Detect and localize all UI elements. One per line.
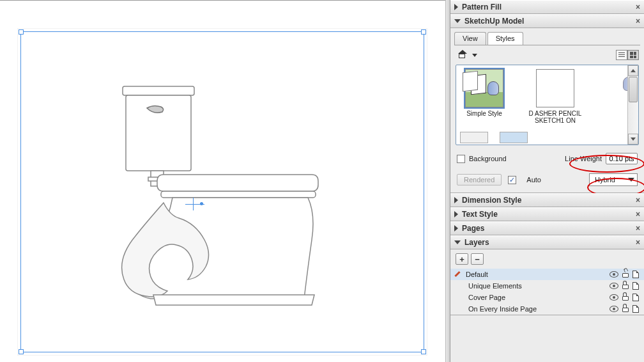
scroll-thumb[interactable] bbox=[629, 77, 638, 102]
panel-title: Layers bbox=[464, 238, 636, 247]
render-mode-select[interactable]: Hybrid bbox=[589, 173, 638, 186]
page-icon[interactable] bbox=[632, 294, 639, 301]
chevron-down-icon bbox=[628, 178, 634, 182]
scroll-down-button[interactable] bbox=[628, 134, 638, 145]
auto-checkbox[interactable] bbox=[508, 176, 516, 184]
line-weight-label: Line Weight bbox=[565, 155, 602, 162]
background-label: Background bbox=[469, 155, 507, 162]
panel-header-sketchup-model[interactable]: SketchUp Model × bbox=[450, 14, 644, 28]
layer-list: Default Unique Elements Cover Page On Ev… bbox=[450, 269, 644, 315]
styles-listbox[interactable]: Simple Style D ASHER PENCIL SKETCH1 ON bbox=[456, 65, 639, 145]
line-weight-input[interactable] bbox=[606, 153, 638, 164]
svg-rect-0 bbox=[123, 86, 194, 95]
panel-title: SketchUp Model bbox=[464, 17, 636, 26]
selection-handle-tr[interactable] bbox=[421, 29, 426, 35]
panel-body-layers: + − Default Unique Elements Cover Page bbox=[450, 249, 644, 315]
eye-icon[interactable] bbox=[610, 283, 618, 289]
viewport-anchor-icon[interactable] bbox=[185, 198, 204, 210]
auto-label: Auto bbox=[526, 176, 541, 184]
close-icon[interactable]: × bbox=[636, 196, 640, 205]
scrollbar[interactable] bbox=[627, 65, 638, 145]
view-list-button[interactable] bbox=[616, 50, 627, 60]
disclosure-icon bbox=[454, 211, 458, 217]
style-thumbnail bbox=[536, 69, 574, 107]
canvas-area[interactable] bbox=[0, 0, 445, 362]
tab-view[interactable]: View bbox=[454, 32, 486, 45]
panel-title: Pages bbox=[462, 224, 636, 233]
style-thumbnail-small[interactable] bbox=[500, 132, 528, 143]
list-icon bbox=[618, 52, 625, 58]
grid-icon bbox=[630, 52, 636, 58]
panel-header-text-style[interactable]: Text Style × bbox=[450, 207, 644, 221]
rendered-button: Rendered bbox=[457, 174, 502, 185]
panel-title: Text Style bbox=[462, 210, 636, 219]
lock-icon[interactable] bbox=[622, 283, 629, 289]
render-mode-value: Hybrid bbox=[595, 176, 615, 184]
pencil-icon bbox=[454, 271, 462, 278]
layer-name: Unique Elements bbox=[454, 282, 606, 290]
chevron-down-icon[interactable] bbox=[472, 54, 477, 57]
remove-layer-button[interactable]: − bbox=[471, 253, 484, 265]
viewport-model[interactable] bbox=[77, 77, 332, 308]
add-layer-button[interactable]: + bbox=[456, 253, 468, 265]
scroll-up-button[interactable] bbox=[628, 65, 638, 76]
layer-row[interactable]: Unique Elements bbox=[450, 280, 644, 292]
styles-home-button[interactable] bbox=[456, 49, 470, 61]
layer-name: Default bbox=[466, 271, 606, 278]
panel-header-layers[interactable]: Layers × bbox=[450, 235, 644, 249]
background-checkbox[interactable] bbox=[457, 155, 465, 163]
lock-icon[interactable] bbox=[622, 306, 629, 312]
layer-name: On Every Inside Page bbox=[454, 305, 606, 313]
close-icon[interactable]: × bbox=[636, 3, 640, 12]
view-grid-button[interactable] bbox=[627, 50, 639, 60]
panel-body-sketchup-model: View Styles Simple Style bbox=[450, 28, 644, 193]
close-icon[interactable]: × bbox=[636, 17, 640, 26]
tab-styles[interactable]: Styles bbox=[487, 32, 523, 45]
page-icon[interactable] bbox=[632, 282, 639, 290]
style-thumbnail-small[interactable] bbox=[460, 132, 488, 143]
close-icon[interactable]: × bbox=[636, 238, 640, 247]
inspector-panels: Pattern Fill × SketchUp Model × View Sty… bbox=[450, 0, 644, 362]
close-icon[interactable]: × bbox=[636, 224, 640, 233]
style-item-label: D ASHER PENCIL SKETCH1 ON bbox=[520, 110, 590, 124]
lock-icon[interactable] bbox=[622, 271, 629, 278]
layer-row[interactable]: On Every Inside Page bbox=[450, 303, 644, 315]
eye-icon[interactable] bbox=[610, 294, 618, 301]
panel-title: Dimension Style bbox=[462, 196, 636, 205]
selection-handle-bl[interactable] bbox=[19, 349, 24, 354]
disclosure-icon bbox=[454, 225, 458, 232]
panel-header-dimension-style[interactable]: Dimension Style × bbox=[450, 193, 644, 207]
style-item-label: Simple Style bbox=[460, 110, 509, 117]
style-item[interactable]: D ASHER PENCIL SKETCH1 ON bbox=[520, 69, 590, 141]
close-icon[interactable]: × bbox=[636, 210, 640, 219]
eye-icon[interactable] bbox=[610, 271, 618, 278]
disclosure-icon bbox=[454, 240, 461, 244]
layer-row[interactable]: Default bbox=[450, 269, 644, 280]
layer-row[interactable]: Cover Page bbox=[450, 292, 644, 303]
page-icon[interactable] bbox=[632, 271, 639, 278]
eye-icon[interactable] bbox=[610, 306, 618, 312]
panel-title: Pattern Fill bbox=[462, 3, 636, 12]
selection-handle-br[interactable] bbox=[421, 349, 426, 354]
svg-rect-4 bbox=[161, 191, 316, 198]
home-icon bbox=[458, 51, 467, 59]
layer-name: Cover Page bbox=[454, 294, 606, 301]
page-icon[interactable] bbox=[632, 305, 639, 313]
panel-header-pattern-fill[interactable]: Pattern Fill × bbox=[450, 0, 644, 14]
selection-handle-tl[interactable] bbox=[19, 29, 24, 35]
disclosure-icon bbox=[454, 4, 458, 10]
lock-icon[interactable] bbox=[622, 294, 629, 301]
disclosure-icon bbox=[454, 197, 458, 203]
panel-header-pages[interactable]: Pages × bbox=[450, 221, 644, 235]
disclosure-icon bbox=[454, 19, 461, 23]
panel-splitter[interactable] bbox=[445, 0, 450, 362]
